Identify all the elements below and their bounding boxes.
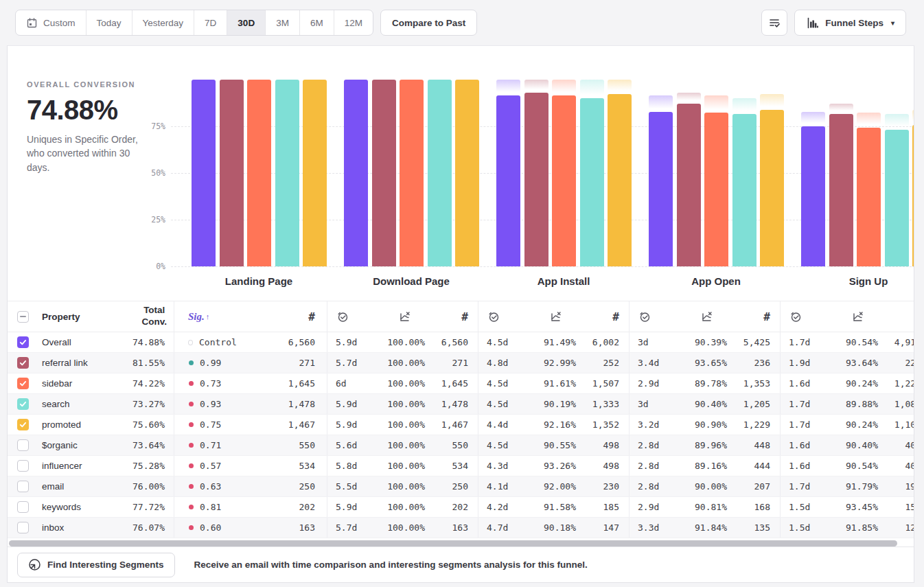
row-checkbox-overall[interactable] (17, 336, 29, 348)
bar-search-sign-up[interactable] (885, 130, 909, 266)
step-count: 1,352 (592, 419, 619, 430)
avg-time-to-convert: 4.4d (487, 419, 527, 430)
date-range-label: Yesterday (143, 18, 184, 28)
date-range-30d[interactable]: 30D (227, 10, 265, 35)
date-range-6m[interactable]: 6M (299, 10, 334, 35)
dropoff-ghost-promoted (760, 94, 784, 106)
row-checkbox-$organic[interactable] (17, 439, 29, 451)
step-cells: 5.5d100.00%250 (327, 476, 478, 496)
funnel-bars-icon (806, 16, 819, 30)
avg-time-to-convert: 1.5d (789, 502, 829, 512)
bar-Overall-download-page[interactable] (344, 80, 368, 266)
bar-search-app-open[interactable] (732, 114, 756, 266)
bar-Overall-landing-page[interactable] (192, 80, 216, 266)
avg-time-to-convert: 5.9d (336, 399, 376, 409)
step-count: 252 (603, 358, 619, 368)
metrics-list-button[interactable] (761, 10, 787, 36)
row-checkbox-email[interactable] (17, 481, 29, 492)
total-conversion-value: 73.64% (132, 440, 165, 450)
date-range-custom[interactable]: Custom (16, 10, 86, 35)
bar-promoted-download-page[interactable] (455, 80, 479, 266)
bar-sidebar-sign-up[interactable] (857, 128, 881, 266)
bar-search-landing-page[interactable] (275, 80, 299, 266)
row-checkbox-referral-link[interactable] (17, 357, 29, 369)
dropoff-ghost-Overall (496, 80, 520, 92)
conversion-chart-icon[interactable] (398, 310, 411, 323)
step-cells: 5.9d100.00%202 (327, 497, 478, 517)
bar-promoted-app-install[interactable] (608, 94, 632, 266)
bar-sidebar-landing-page[interactable] (247, 80, 271, 266)
date-range-yesterday[interactable]: Yesterday (132, 10, 194, 35)
bar-promoted-app-open[interactable] (760, 110, 784, 266)
bar-referral-link-landing-page[interactable] (220, 80, 244, 266)
date-range-7d[interactable]: 7D (194, 10, 227, 35)
avg-time-to-convert: 4.5d (487, 399, 527, 409)
avg-time-to-convert: 1.9d (789, 358, 829, 368)
count-column-header[interactable]: # (763, 310, 770, 323)
stopwatch-icon[interactable] (789, 310, 802, 323)
avg-time-to-convert: 5.9d (336, 337, 376, 347)
row-checkbox-search[interactable] (17, 398, 29, 410)
conversion-rate: 90.39% (678, 337, 727, 347)
total-conversion-value: 74.88% (132, 337, 165, 347)
footer-message: Receive an email with time comparison an… (194, 560, 588, 570)
overall-conversion-description: Uniques in Specific Order, who converted… (27, 133, 147, 174)
find-interesting-segments-button[interactable]: Find Interesting Segments (17, 553, 175, 577)
bar-referral-link-download-page[interactable] (372, 80, 396, 266)
funnel-bar-chart: OVERALL CONVERSION 74.88% Uniques in Spe… (8, 46, 914, 301)
stopwatch-icon[interactable] (336, 310, 349, 323)
stopwatch-icon[interactable] (487, 310, 500, 323)
row-checkbox-promoted[interactable] (17, 419, 29, 430)
date-range-label: 6M (310, 18, 323, 28)
bar-search-download-page[interactable] (428, 80, 452, 266)
conversion-chart-icon[interactable] (851, 310, 864, 323)
scrollbar-thumb[interactable] (9, 540, 897, 546)
count-column-header[interactable]: # (308, 310, 315, 323)
date-range-3m[interactable]: 3M (265, 10, 299, 35)
step-count: 1,333 (592, 399, 619, 409)
count-column-header[interactable]: # (612, 310, 619, 323)
bar-search-app-install[interactable] (580, 98, 604, 266)
row-checkbox-inbox[interactable] (17, 522, 29, 533)
find-interesting-segments-label: Find Interesting Segments (47, 560, 164, 570)
significance-column-header[interactable]: Sig. (188, 311, 205, 323)
property-name: Overall (42, 337, 71, 347)
bar-Overall-app-install[interactable] (496, 95, 520, 266)
dropoff-ghost-sidebar (704, 95, 728, 109)
bar-referral-link-sign-up[interactable] (829, 114, 853, 266)
total-conv-column-header[interactable]: Total Conv. (142, 305, 168, 328)
bar-referral-link-app-install[interactable] (524, 93, 548, 266)
bar-sidebar-app-install[interactable] (552, 95, 576, 266)
select-all-checkbox[interactable] (17, 311, 29, 323)
date-range-today[interactable]: Today (86, 10, 132, 35)
step-cells: 2.8d90.00%207 (629, 476, 780, 496)
dropoff-ghost-sidebar (552, 80, 576, 92)
conversion-chart-icon[interactable] (700, 310, 713, 323)
row-checkbox-influencer[interactable] (17, 460, 29, 472)
row-checkbox-sidebar[interactable] (17, 378, 29, 389)
chart-type-dropdown[interactable]: Funnel Steps ▾ (794, 10, 906, 36)
bar-Overall-app-open[interactable] (649, 112, 673, 266)
row-checkbox-keywords[interactable] (17, 501, 29, 513)
bar-promoted-landing-page[interactable] (303, 80, 327, 266)
bar-sidebar-app-open[interactable] (704, 113, 728, 266)
stopwatch-icon[interactable] (638, 310, 651, 323)
compare-to-past-button[interactable]: Compare to Past (380, 10, 477, 36)
conversion-rate: 93.65% (678, 358, 727, 368)
significance-value: 0.93 (200, 399, 221, 409)
compare-to-past-label: Compare to Past (392, 18, 465, 28)
step-cells: 2.8d89.96%448 (629, 435, 780, 455)
bar-referral-link-app-open[interactable] (677, 104, 701, 266)
step-count: 5,425 (743, 337, 770, 347)
conversion-rate: 91.84% (678, 522, 727, 533)
bar-promoted-sign-up[interactable] (912, 125, 914, 266)
date-range-12m[interactable]: 12M (334, 10, 373, 35)
bar-sidebar-download-page[interactable] (400, 80, 424, 266)
bar-Overall-sign-up[interactable] (801, 126, 825, 266)
conversion-chart-icon[interactable] (549, 310, 562, 323)
date-range-label: 12M (345, 18, 362, 28)
property-column-header[interactable]: Property (42, 312, 80, 322)
calendar-icon (26, 17, 38, 29)
step-cells: 1.7d91.79%190 (780, 476, 914, 496)
count-column-header[interactable]: # (461, 310, 468, 323)
